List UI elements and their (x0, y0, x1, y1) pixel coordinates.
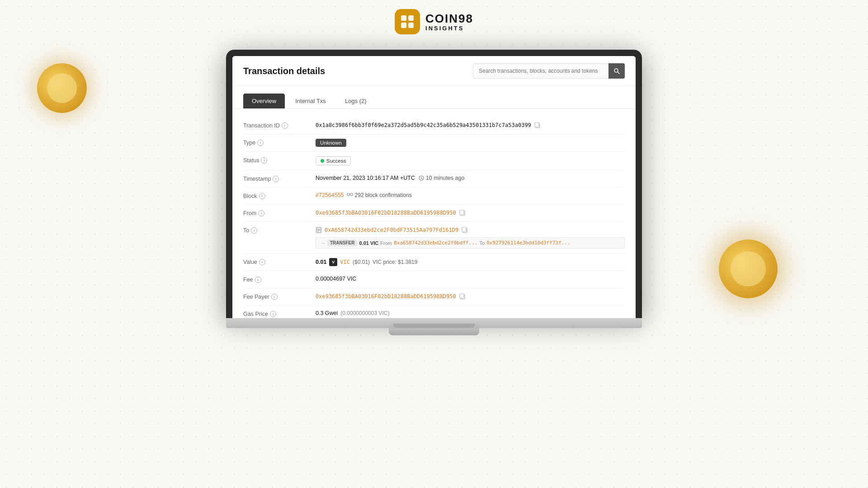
page-title: Transaction details (243, 66, 325, 76)
fee-payer-address[interactable]: 0xe93685f3bBA03016F02bD18288BaDD6195988D… (316, 293, 456, 300)
timestamp-info-icon[interactable]: i (273, 176, 279, 182)
tab-logs[interactable]: Logs (2) (336, 94, 375, 108)
copy-icon[interactable] (534, 122, 541, 129)
transaction-id-label: Transaction ID i (243, 122, 316, 129)
laptop-base (226, 318, 642, 328)
orb-decoration-right (719, 239, 778, 298)
gas-price-value: 0.3 Gwei (0.0000000003 VIC) (316, 310, 625, 316)
from-value: 0xe93685f3bBA03016F02bD18288BaDD6195988D… (316, 209, 625, 216)
laptop-screen: Transaction details Overview Internal Tx… (232, 56, 636, 318)
block-label: Block i (243, 192, 316, 199)
svg-rect-1 (408, 15, 414, 21)
search-input[interactable] (473, 63, 609, 79)
tab-overview[interactable]: Overview (243, 94, 285, 108)
timestamp-label: Timestamp i (243, 175, 316, 182)
transfer-badge: TRANSFER (327, 239, 357, 246)
status-badge: Success (316, 156, 351, 165)
fee-payer-copy-icon[interactable] (459, 293, 466, 300)
to-label: To i (243, 226, 316, 234)
status-value: Success (316, 156, 625, 165)
transfer-from-address[interactable]: 0xa658742d33ebd2ce2f0bdff... (394, 240, 477, 246)
block-info-icon[interactable]: i (259, 193, 265, 199)
svg-rect-7 (535, 122, 539, 127)
search-bar (473, 63, 625, 79)
from-info-icon[interactable]: i (258, 210, 264, 216)
type-row: Type i Unknown (243, 134, 625, 152)
logo-subtitle: INSIGHTS (425, 25, 473, 32)
laptop-frame: Transaction details Overview Internal Tx… (226, 50, 642, 335)
type-label: Type i (243, 139, 316, 146)
svg-rect-22 (460, 294, 464, 298)
to-copy-icon[interactable] (461, 226, 468, 234)
block-value: #72564555 292 block confirmations (316, 192, 625, 198)
vic-price: VIC price: $1.3819 (373, 259, 417, 265)
to-value: 0xA658742d33ebd2ce2F0bdF73515Aa797Fd161D… (316, 226, 625, 234)
contract-icon (316, 227, 322, 233)
to-info-icon[interactable]: i (251, 227, 257, 234)
svg-rect-3 (408, 23, 414, 28)
fee-payer-row: Fee Payer i 0xe93685f3bBA03016F02bD18288… (243, 288, 625, 305)
fee-payer-label: Fee Payer i (243, 293, 316, 300)
fee-value: 0.00004697 VIC (316, 276, 625, 282)
value-value: 0.01 V VIC ($0.01) VIC price: $1.3819 (316, 258, 625, 266)
block-link[interactable]: #72564555 (316, 192, 344, 198)
fee-info-icon[interactable]: i (255, 277, 261, 283)
timestamp-row: Timestamp i November 21, 2023 10:16:17 A… (243, 170, 625, 188)
fee-label: Fee i (243, 276, 316, 283)
svg-rect-0 (401, 15, 406, 21)
svg-line-10 (421, 178, 423, 179)
transaction-id-info-icon[interactable]: i (282, 122, 288, 129)
gas-price-info-icon[interactable]: i (270, 311, 276, 317)
arrow-icon: → (321, 240, 326, 246)
fee-payer-value: 0xe93685f3bBA03016F02bD18288BaDD6195988D… (316, 293, 625, 300)
value-row: Value i 0.01 V VIC ($0.01) VIC price: $1… (243, 253, 625, 271)
from-row: From i 0xe93685f3bBA03016F02bD18288BaDD6… (243, 205, 625, 222)
to-address[interactable]: 0xA658742d33ebd2ce2F0bdF73515Aa797Fd161D… (325, 227, 458, 233)
from-address[interactable]: 0xe93685f3bBA03016F02bD18288BaDD6195988D… (316, 210, 456, 216)
app-header: Transaction details (232, 56, 636, 86)
fee-payer-info-icon[interactable]: i (271, 294, 278, 300)
tabs-bar: Overview Internal Txs Logs (2) (232, 86, 636, 109)
status-label: Status i (243, 156, 316, 164)
svg-rect-14 (460, 210, 464, 215)
svg-line-5 (618, 72, 620, 74)
block-confirmations: 292 block confirmations (347, 192, 412, 198)
success-dot (321, 159, 324, 163)
type-value: Unknown (316, 139, 625, 147)
transaction-hash: 0x1a8c3986f6bb3f0f69e2a372d5ad5b9c42c35a… (316, 122, 531, 128)
vic-link[interactable]: VIC (340, 259, 350, 265)
from-label: From i (243, 209, 316, 216)
value-label: Value i (243, 258, 316, 265)
from-copy-icon[interactable] (459, 209, 466, 216)
gas-price-label: Gas Price i (243, 310, 316, 317)
logo-name: COIN98 (425, 12, 473, 26)
tab-internal-txs[interactable]: Internal Txs (287, 94, 335, 108)
logo-icon (395, 9, 420, 34)
transaction-id-row: Transaction ID i 0x1a8c3986f6bb3f0f69e2a… (243, 117, 625, 134)
laptop-bezel: Transaction details Overview Internal Tx… (226, 50, 642, 318)
svg-rect-11 (347, 193, 349, 196)
fee-row: Fee i 0.00004697 VIC (243, 271, 625, 288)
logo-text: COIN98 INSIGHTS (425, 12, 473, 32)
status-info-icon[interactable]: i (261, 157, 267, 164)
timestamp-detail: November 21, 2023 10:16:17 AM +UTC 10 mi… (316, 175, 464, 181)
block-row: Block i #72564555 292 block confirmation… (243, 188, 625, 205)
value-info-icon[interactable]: i (259, 259, 265, 265)
logo-area: COIN98 INSIGHTS (395, 9, 473, 34)
gas-price-row: Gas Price i 0.3 Gwei (0.0000000003 VIC) (243, 305, 625, 318)
svg-rect-2 (401, 23, 406, 28)
type-badge: Unknown (316, 139, 346, 147)
svg-rect-12 (350, 193, 353, 196)
transfer-to-address[interactable]: 0x927926114e3bdd10d3ff73f... (486, 240, 570, 246)
transfer-info: → TRANSFER 0.01 VIC From 0xa658742d33ebd… (316, 237, 625, 249)
details-container: Transaction ID i 0x1a8c3986f6bb3f0f69e2a… (232, 109, 636, 318)
transaction-id-value: 0x1a8c3986f6bb3f0f69e2a372d5ad5b9c42c35a… (316, 122, 625, 129)
status-row: Status i Success (243, 152, 625, 170)
svg-rect-20 (462, 227, 466, 232)
laptop-stand (389, 328, 479, 335)
time-ago: 10 minutes ago (419, 175, 464, 181)
search-button[interactable] (609, 63, 625, 79)
type-info-icon[interactable]: i (257, 140, 264, 146)
vic-badge: V (329, 258, 337, 266)
timestamp-value: November 21, 2023 10:16:17 AM +UTC 10 mi… (316, 175, 625, 181)
